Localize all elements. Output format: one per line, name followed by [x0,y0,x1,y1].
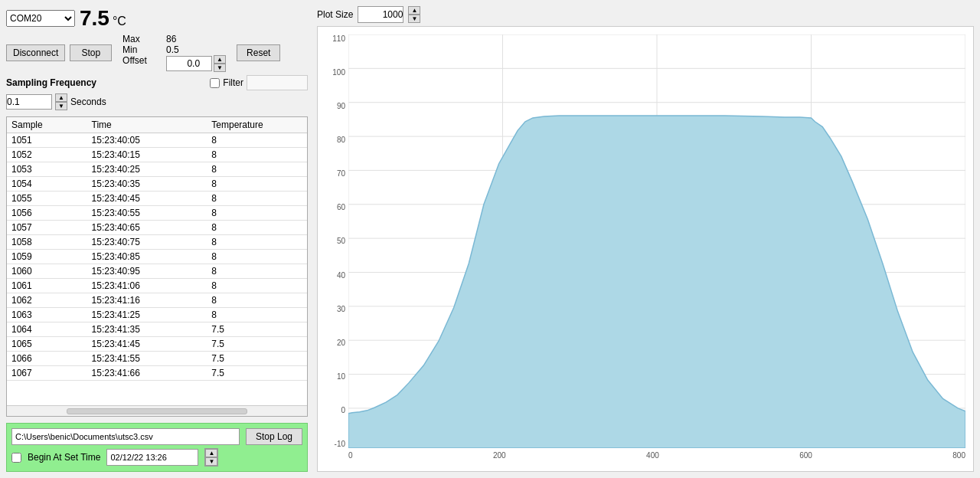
freq-up-button[interactable]: ▲ [55,93,67,102]
y-label-70: 70 [337,169,345,178]
y-label-10: 10 [337,372,345,381]
table-row: 105415:23:40:358 [7,177,307,192]
cell-time: 15:23:41:16 [87,293,207,308]
top-controls: COM20 7.5 °C Disconnect Stop Max 86 [3,3,311,113]
stop-log-button[interactable]: Stop Log [246,428,302,445]
plot-size-down-button[interactable]: ▼ [408,15,420,23]
table-row: 105215:23:40:158 [7,148,307,162]
min-value: 0.5 [166,44,179,55]
table-row: 105115:23:40:058 [7,133,307,148]
row3: Sampling Frequency Filter [6,75,308,90]
cell-time: 15:23:40:35 [87,177,207,192]
y-label-30: 30 [337,305,345,313]
x-label-600: 600 [799,451,812,460]
cell-sample: 1067 [7,366,87,381]
cell-temperature: 8 [207,192,307,206]
sampling-label: Sampling Frequency [6,77,96,88]
datetime-down-button[interactable]: ▼ [205,457,217,466]
cell-sample: 1064 [7,322,87,337]
chart-svg [348,34,965,448]
cell-temperature: 8 [207,279,307,293]
begin-checkbox[interactable] [11,453,21,463]
y-label-40: 40 [337,271,345,280]
table-row: 106315:23:41:258 [7,308,307,322]
table-row: 105715:23:40:658 [7,221,307,235]
cell-sample: 1059 [7,250,87,264]
cell-sample: 1060 [7,264,87,279]
y-label-50: 50 [337,237,345,245]
cell-temperature: 8 [207,162,307,177]
com-port-select[interactable]: COM20 [6,10,75,27]
disconnect-button[interactable]: Disconnect [6,44,65,61]
x-label-800: 800 [952,451,965,460]
cell-temperature: 8 [207,148,307,162]
cell-time: 15:23:40:05 [87,133,207,148]
cell-temperature: 8 [207,177,307,192]
plot-size-input[interactable] [358,6,403,23]
cell-time: 15:23:40:65 [87,221,207,235]
datetime-up-button[interactable]: ▲ [205,449,217,457]
datetime-input[interactable] [106,449,198,466]
cell-sample: 1058 [7,235,87,250]
frequency-input[interactable] [6,94,52,110]
file-path-input[interactable] [11,428,240,445]
y-label-neg10: -10 [335,440,345,448]
y-label-60: 60 [337,203,345,211]
x-label-400: 400 [646,451,659,460]
right-panel: Plot Size ▲ ▼ 110 100 90 80 70 60 50 40 … [314,0,980,478]
x-label-200: 200 [493,451,506,460]
temp-unit: °C [113,15,126,28]
cell-sample: 1062 [7,293,87,308]
cell-sample: 1066 [7,352,87,366]
begin-label: Begin At Set Time [28,452,100,463]
table-row: 105615:23:40:558 [7,206,307,221]
col-header-temperature: Temperature [207,117,307,133]
offset-label: Offset [122,55,157,72]
cell-temperature: 8 [207,293,307,308]
seconds-label: Seconds [70,97,106,107]
stop-button[interactable]: Stop [70,44,112,61]
log-row2: Begin At Set Time ▲ ▼ [11,448,302,467]
cell-sample: 1052 [7,148,87,162]
horizontal-scrollbar[interactable] [7,405,307,416]
y-label-0: 0 [341,406,345,414]
reset-button[interactable]: Reset [237,44,280,61]
plot-size-up-button[interactable]: ▲ [408,6,420,15]
cell-temperature: 8 [207,250,307,264]
current-temp-value: 7.5 [80,6,109,31]
stats-block: Max 86 Min 0.5 Offset ▲ ▼ [122,34,226,72]
max-value: 86 [166,34,176,44]
table-row: 106415:23:41:357.5 [7,322,307,337]
y-axis: 110 100 90 80 70 60 50 40 30 20 10 0 -10 [318,34,348,448]
table-row: 105815:23:40:758 [7,235,307,250]
max-label: Max [122,34,157,44]
col-header-sample: Sample [7,117,87,133]
cell-sample: 1053 [7,162,87,177]
cell-sample: 1065 [7,337,87,352]
cell-time: 15:23:41:25 [87,308,207,322]
filter-checkbox[interactable] [210,78,220,88]
cell-temperature: 7.5 [207,322,307,337]
y-label-90: 90 [337,102,345,110]
offset-input[interactable] [166,56,212,71]
y-label-100: 100 [332,68,345,77]
y-label-110: 110 [332,34,345,43]
cell-temperature: 8 [207,221,307,235]
table-row: 106515:23:41:457.5 [7,337,307,352]
table-row: 106215:23:41:168 [7,293,307,308]
cell-time: 15:23:41:55 [87,352,207,366]
table-wrapper[interactable]: Sample Time Temperature 105115:23:40:058… [7,117,307,405]
cell-time: 15:23:40:25 [87,162,207,177]
cell-sample: 1051 [7,133,87,148]
offset-down-button[interactable]: ▼ [214,64,226,72]
left-panel: COM20 7.5 °C Disconnect Stop Max 86 [0,0,314,478]
freq-down-button[interactable]: ▼ [55,102,67,110]
cell-temperature: 8 [207,235,307,250]
filter-value-input[interactable] [247,75,308,90]
row2: Disconnect Stop Max 86 Min 0.5 Offset [6,34,308,72]
cell-temperature: 7.5 [207,366,307,381]
offset-up-button[interactable]: ▲ [214,55,226,64]
x-axis: 0 200 400 600 800 [348,448,965,471]
cell-time: 15:23:41:45 [87,337,207,352]
table-row: 106615:23:41:557.5 [7,352,307,366]
